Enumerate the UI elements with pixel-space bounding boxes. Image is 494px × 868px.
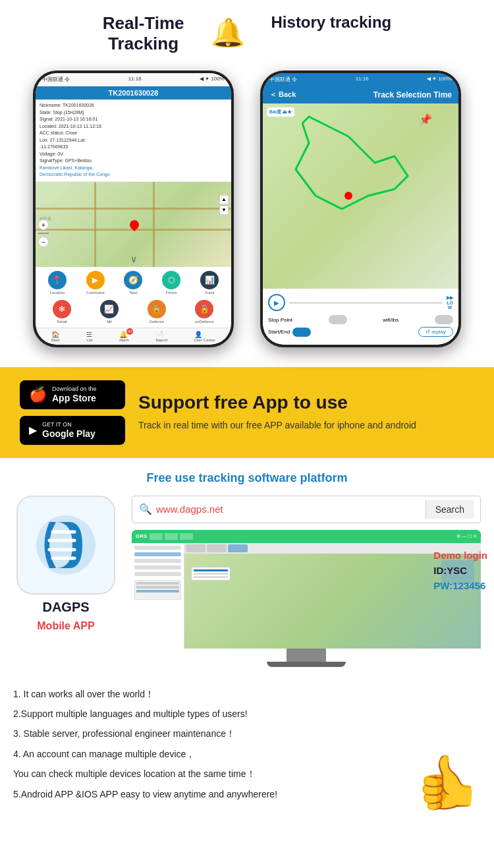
track-btn[interactable]: 📊 Track	[200, 271, 219, 295]
bottom-user[interactable]: 👤 User Center	[194, 331, 215, 342]
zoom-out[interactable]: −	[38, 237, 49, 247]
google-play-button[interactable]: ▶ GET IT ON Google Play	[20, 416, 125, 445]
mobile-app-label: Mobile APP	[37, 620, 94, 632]
get-it-on-label: GET IT ON	[42, 421, 96, 428]
thumbs-up-icon: 👍	[415, 751, 481, 813]
app-store-button[interactable]: 🍎 Download on the App Store	[20, 380, 125, 409]
info-coords: Lon: 27.13122944,Lat:	[40, 137, 227, 144]
play-icon: ▶	[29, 424, 37, 436]
demo-info: Demo login ID:YSC PW:123456	[433, 550, 487, 591]
home-icon: 🏠	[51, 331, 60, 338]
phone1-screen: 中国联通 令 11:16 ◀ ✦ 100% TK2001630028 Nickn…	[36, 73, 231, 345]
command-label: Command	[86, 291, 105, 295]
monitor-wrapper: GRS ⚙ — ☐ ✕	[132, 530, 481, 667]
info-popup	[191, 567, 231, 581]
store-buttons: 🍎 Download on the App Store ▶ GET IT ON …	[20, 380, 125, 444]
mil-btn[interactable]: 📈 Mil	[100, 300, 119, 324]
speed-bar[interactable]	[289, 302, 443, 304]
monitor-base	[267, 662, 346, 667]
feature-item4b: You can check multiple devices location …	[13, 767, 481, 781]
device-list	[134, 580, 181, 600]
user-icon: 👤	[194, 331, 215, 338]
info-coords2: -11.27069833	[40, 144, 227, 151]
app-logo-box: DAGPS Mobile APP	[13, 496, 119, 632]
platform-section: Free use tracking software platform	[0, 458, 494, 674]
support-text: Support free App to use Track in real ti…	[138, 392, 416, 432]
location-btn[interactable]: 📍 Location	[48, 271, 67, 295]
monitor-tab1	[186, 544, 206, 552]
phone1-map: 外甲措... ▲ ▼ + − ∨	[36, 182, 231, 268]
stop-point-toggle[interactable]	[329, 315, 347, 324]
device-item2	[136, 586, 179, 589]
map-up[interactable]: ▲	[219, 195, 229, 204]
download-on-label: Download on the	[52, 386, 97, 393]
wifi-lbs-toggle[interactable]	[435, 315, 453, 324]
command-btn[interactable]: ▶ Command	[86, 271, 105, 295]
features-header: Real-TimeTracking 🔔 History tracking	[20, 13, 474, 54]
defence-btn[interactable]: 🔒 Defence	[148, 300, 166, 324]
sidebar-item5	[134, 572, 181, 576]
dagps-name: DAGPS	[42, 600, 89, 615]
platform-title: Free use tracking software platform	[13, 471, 481, 485]
google-play-label: Google Play	[42, 428, 96, 440]
monitor-screen: GRS ⚙ — ☐ ✕	[132, 530, 481, 649]
navi-btn[interactable]: 🧭 Navi	[124, 271, 142, 295]
start-end-toggle[interactable]	[292, 328, 311, 337]
phone1-time: 11:16	[128, 76, 142, 83]
mil-icon: 📈	[100, 300, 119, 318]
replay-button[interactable]: ↺ replay	[418, 327, 453, 337]
undefence-btn[interactable]: 🔓 unDefence	[195, 300, 214, 324]
list-icon: ☰	[86, 331, 92, 338]
bottom-report[interactable]: 📄 Report	[155, 331, 167, 342]
phone1-carrier: 中国联通 令	[42, 76, 70, 83]
support-desc: Track in real time with our free APP ava…	[138, 419, 416, 432]
demo-id-label: ID:YSC	[433, 565, 487, 576]
map-down[interactable]: ▼	[219, 206, 229, 215]
info-voltage: Voltage: 0V	[40, 151, 227, 158]
info-acc: ACC status: Close	[40, 130, 227, 137]
alarm-badge: 47	[126, 328, 133, 335]
dagps-svg	[30, 509, 102, 581]
track-svg	[263, 103, 441, 229]
feature-item2: 2.Support multiple languages and multipl…	[13, 707, 481, 721]
phone2-signal: ◀ ✦ 100%	[427, 76, 452, 83]
phone1-toolbar2: ✻ Detail 📈 Mil 🔒 Defence 🔓 unDefence	[36, 299, 231, 328]
tab3	[180, 533, 193, 540]
top-section: Real-TimeTracking 🔔 History tracking 中国联…	[0, 0, 494, 367]
phone1-info: Nickname: TK2001630028 State: Stop (15H2…	[36, 100, 231, 182]
back-btn[interactable]: ＜ Back	[269, 90, 296, 100]
sidebar-item4	[134, 565, 181, 569]
monitor-stand	[287, 649, 326, 662]
phone1-container: 中国联通 令 11:16 ◀ ✦ 100% TK2001630028 Nickn…	[33, 71, 234, 347]
bottom-alarm[interactable]: 🔔 47 Alarm	[119, 331, 130, 342]
phone1-statusbar: 中国联通 令 11:16 ◀ ✦ 100%	[36, 73, 231, 86]
apple-icon: 🍎	[29, 386, 47, 403]
fence-label: Fence	[166, 291, 177, 295]
track-label: Track	[205, 291, 215, 295]
feature-item3: 3. Stable server, professional engineer …	[13, 726, 481, 741]
bottom-main[interactable]: 🏠 Main	[51, 331, 60, 342]
play-button[interactable]: ▶	[268, 294, 285, 311]
search-icon: 🔍	[139, 503, 152, 515]
phones-row: 中国联通 令 11:16 ◀ ✦ 100% TK2001630028 Nickn…	[20, 64, 474, 361]
fence-btn[interactable]: ⬡ Fence	[162, 271, 180, 295]
sidebar-item1	[134, 546, 181, 550]
zoom-in[interactable]: +	[38, 219, 49, 230]
phone2-controls: ▶ ▶▶LOW Stop Point wifi/lbs Start/End	[263, 289, 458, 345]
detail-btn[interactable]: ✻ Detail	[53, 300, 71, 324]
playback-row: ▶ ▶▶LOW	[268, 294, 453, 311]
monitor-tab3	[228, 544, 248, 552]
bottom-list[interactable]: ☰ List	[86, 331, 92, 342]
features-list: 1. It can works all over the world！ 2.Su…	[0, 674, 494, 820]
start-end-row: Start/End ↺ replay	[268, 327, 453, 337]
defence-icon: 🔒	[148, 300, 166, 318]
start-end-label: Start/End	[268, 329, 290, 335]
search-button[interactable]: Search	[425, 500, 474, 519]
realtime-tracking-title: Real-TimeTracking	[103, 13, 184, 54]
app-store-text: Download on the App Store	[52, 386, 97, 404]
map-expand-icon[interactable]: ∨	[130, 254, 137, 264]
search-url[interactable]: www.dagps.net	[156, 504, 422, 515]
phone2-header: ＜ Back Track Selection Time	[263, 86, 458, 103]
tab1	[150, 533, 163, 540]
map-divider	[38, 233, 49, 234]
